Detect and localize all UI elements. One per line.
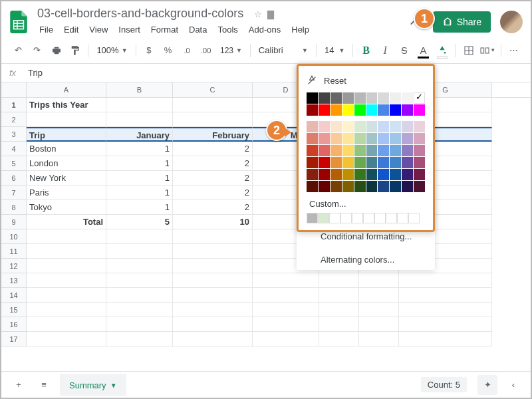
menu-addons[interactable]: Add-ons (244, 22, 285, 37)
color-swatch[interactable] (402, 92, 413, 104)
cell[interactable] (173, 273, 253, 288)
color-swatch[interactable] (366, 145, 378, 156)
row-header[interactable]: 8 (1, 200, 27, 215)
star-icon[interactable]: ☆ (254, 9, 262, 19)
cell[interactable] (253, 273, 319, 288)
color-swatch[interactable] (390, 104, 401, 116)
color-swatch[interactable] (366, 181, 378, 192)
cell[interactable]: 1 (106, 186, 173, 200)
sheet-tab-summary[interactable]: Summary▼ (60, 374, 126, 396)
color-swatch[interactable] (366, 133, 378, 144)
strikethrough-button[interactable]: S (396, 41, 414, 60)
borders-button[interactable] (460, 41, 477, 60)
col-header[interactable]: B (106, 82, 173, 97)
color-swatch[interactable] (414, 157, 425, 168)
color-swatch[interactable] (354, 121, 366, 132)
color-swatch[interactable] (390, 181, 401, 192)
color-swatch[interactable] (319, 169, 330, 180)
cell[interactable]: 2 (173, 171, 253, 186)
color-swatch[interactable] (307, 157, 318, 168)
cell[interactable] (173, 288, 253, 303)
cell[interactable] (27, 332, 106, 346)
cell[interactable] (319, 273, 359, 288)
color-swatch[interactable] (378, 181, 389, 192)
font-dropdown[interactable]: Calibri▼ (255, 41, 312, 60)
color-swatch[interactable] (331, 92, 342, 104)
format-percent-button[interactable]: % (159, 41, 177, 60)
cell[interactable] (106, 244, 173, 259)
color-swatch[interactable] (307, 121, 318, 132)
color-swatch[interactable] (307, 133, 318, 144)
cell[interactable]: Total (27, 215, 106, 229)
row-header[interactable]: 9 (1, 215, 27, 229)
color-swatch[interactable] (354, 145, 366, 156)
color-swatch[interactable] (414, 104, 425, 116)
selection-count[interactable]: Count: 5 (421, 377, 467, 392)
color-swatch[interactable] (414, 92, 425, 104)
cell[interactable] (399, 332, 492, 346)
color-swatch[interactable] (402, 121, 413, 132)
text-color-button[interactable]: A (414, 41, 432, 60)
cell[interactable] (173, 303, 253, 317)
cell[interactable]: 1 (106, 200, 173, 215)
color-swatch[interactable] (342, 145, 354, 156)
cell[interactable]: 2 (173, 186, 253, 200)
color-swatch[interactable] (319, 121, 330, 132)
cell[interactable] (173, 244, 253, 259)
cell[interactable]: New York (27, 171, 106, 186)
color-swatch[interactable] (378, 145, 389, 156)
color-swatch[interactable] (390, 145, 401, 156)
cell[interactable] (359, 303, 399, 317)
cell[interactable] (253, 303, 319, 317)
color-swatch[interactable] (390, 133, 401, 144)
side-panel-toggle[interactable]: ‹ (504, 376, 523, 394)
zoom-dropdown[interactable]: 100%▼ (92, 41, 131, 60)
doc-title[interactable]: 03-cell-borders-and-background-colors (35, 5, 246, 21)
color-swatch[interactable] (378, 121, 389, 132)
explore-button[interactable]: ✦ (477, 375, 497, 395)
format-currency-button[interactable]: $ (140, 41, 158, 60)
print-button[interactable] (47, 41, 65, 60)
cell[interactable] (106, 303, 173, 317)
color-swatch[interactable] (414, 133, 425, 144)
color-swatch[interactable] (378, 157, 389, 168)
cell[interactable] (173, 317, 253, 332)
spreadsheet-grid[interactable]: A B C D E F G 1Trips this Year23TripJanu… (1, 82, 531, 346)
alternating-colors-item[interactable]: Alternating colors... (297, 248, 435, 271)
color-swatch[interactable] (366, 121, 378, 132)
cell[interactable] (106, 273, 173, 288)
row-header[interactable]: 6 (1, 171, 27, 186)
cell[interactable]: 1 (106, 142, 173, 156)
redo-button[interactable]: ↷ (29, 41, 47, 60)
color-swatch[interactable] (331, 133, 342, 144)
merge-button[interactable]: ▼ (479, 41, 497, 60)
row-header[interactable]: 15 (1, 303, 27, 317)
cell[interactable] (319, 317, 359, 332)
color-swatch[interactable] (342, 121, 354, 132)
color-swatch[interactable] (402, 181, 413, 192)
decrease-decimal-button[interactable]: .0 (178, 41, 196, 60)
row-header[interactable]: 11 (1, 244, 27, 259)
cell[interactable] (399, 273, 492, 288)
row-header[interactable]: 7 (1, 186, 27, 200)
color-swatch[interactable] (354, 133, 366, 144)
cell[interactable] (399, 288, 492, 303)
color-swatch[interactable] (319, 181, 330, 192)
cell[interactable]: January (106, 127, 173, 142)
share-button[interactable]: Share (433, 11, 491, 33)
menu-edit[interactable]: Edit (59, 22, 83, 37)
cell[interactable]: February (173, 127, 253, 142)
recent-color-swatch[interactable] (386, 213, 397, 223)
color-swatch[interactable] (342, 181, 354, 192)
cell[interactable]: Trip (27, 127, 106, 142)
color-swatch[interactable] (307, 104, 318, 116)
cell[interactable]: 10 (173, 215, 253, 229)
color-swatch[interactable] (307, 92, 318, 104)
color-swatch[interactable] (390, 92, 401, 104)
cell[interactable] (27, 244, 106, 259)
menu-file[interactable]: File (35, 22, 58, 37)
color-swatch[interactable] (366, 92, 378, 104)
color-swatch[interactable] (342, 133, 354, 144)
row-header[interactable]: 5 (1, 156, 27, 171)
undo-button[interactable]: ↶ (9, 41, 27, 60)
